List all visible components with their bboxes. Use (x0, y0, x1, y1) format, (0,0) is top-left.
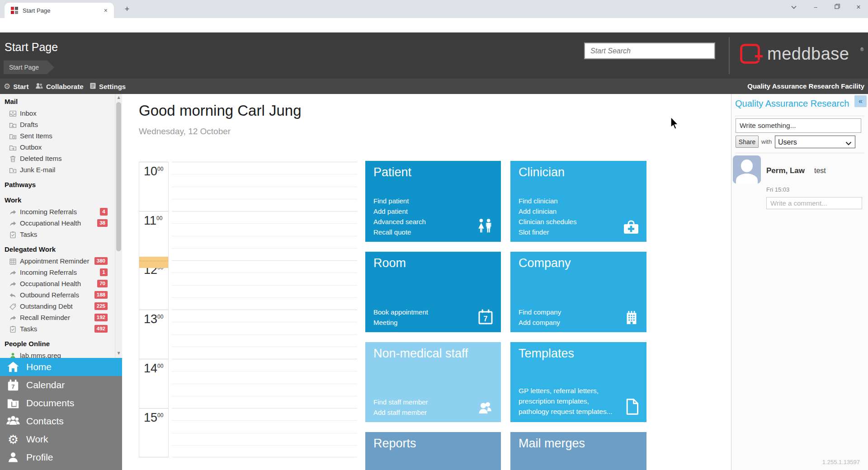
sidebar-item-occupational-health-delegated[interactable]: Occupational Health 70 (0, 278, 115, 289)
sidebar-scrollbar[interactable]: ▲ ▼ (115, 94, 122, 358)
tile-reports[interactable]: Reports (365, 432, 501, 470)
panel-divider (735, 153, 864, 153)
link-add-patient[interactable]: Add patient (373, 206, 426, 216)
sidebar-item-outbound-referrals[interactable]: Outbound Referrals 188 (0, 289, 115, 301)
feed-timestamp: Fri 15:03 (766, 186, 789, 193)
share-button[interactable]: Share (736, 136, 759, 148)
sidebar-item-sent-items[interactable]: Sent Items (0, 130, 115, 141)
write-comment-input[interactable] (766, 197, 862, 209)
nav-item-home[interactable]: Home (0, 358, 122, 376)
sidebar-item-incoming-referrals[interactable]: Incoming Referrals 4 (0, 206, 115, 217)
menu-collaborate[interactable]: Collaborate (35, 79, 84, 94)
scroll-down-icon[interactable]: ▼ (115, 350, 122, 357)
link-meeting[interactable]: Meeting (373, 317, 428, 328)
nav-item-profile[interactable]: Profile (0, 448, 122, 466)
link-advanced-search[interactable]: Advanced search (373, 216, 426, 227)
share-target-select[interactable]: Users (775, 136, 855, 148)
templates-description: GP letters, referral letters, prescripti… (519, 385, 616, 417)
browser-toolbar: featured.meddbase.com/nmp.aspx?cp=StartP… (0, 18, 868, 33)
nav-item-calendar[interactable]: 7 Calendar (0, 376, 122, 394)
schedule-grid[interactable] (172, 162, 357, 457)
outbox-icon (9, 143, 17, 151)
link-recall-quote[interactable]: Recall quote (373, 227, 426, 237)
people-icon (35, 82, 43, 91)
svg-text:7: 7 (11, 383, 14, 390)
tab-close-icon[interactable]: × (102, 7, 109, 14)
section-header-work: Work (0, 194, 115, 206)
document-icon (624, 398, 640, 418)
sidebar-item-outbox[interactable]: Outbox (0, 141, 115, 153)
write-something-input[interactable] (736, 118, 861, 133)
browser-tab-strip: Start Page × + – × (0, 0, 868, 18)
section-header-pathways[interactable]: Pathways (0, 179, 115, 191)
meddbase-logo: meddbase ® (739, 42, 861, 67)
tasks-icon (9, 325, 17, 333)
sidebar-item-tasks-delegated[interactable]: Tasks 492 (0, 323, 115, 334)
hour-label: 1100 (139, 211, 168, 260)
room-calendar-icon: 7 (476, 308, 495, 328)
badge-count: 1 (100, 268, 108, 276)
sidebar-item-junk-email[interactable]: Junk E-mail (0, 164, 115, 175)
window-close-button[interactable]: × (849, 0, 868, 14)
sidebar-item-appointment-reminder[interactable]: Appointment Reminder 380 (0, 255, 115, 267)
feed-author[interactable]: Perm, Law (766, 166, 805, 175)
nav-item-contacts[interactable]: Contacts (0, 412, 122, 430)
tile-company[interactable]: Company Find company Add company (510, 252, 646, 332)
link-add-company[interactable]: Add company (519, 317, 561, 328)
collapse-panel-icon[interactable]: « (854, 95, 867, 107)
tile-templates[interactable]: Templates GP letters, referral letters, … (510, 342, 646, 422)
tile-non-medical-staff[interactable]: Non-medical staff Find staff member Add … (365, 342, 501, 422)
link-find-patient[interactable]: Find patient (373, 196, 426, 206)
link-book-appointment[interactable]: Book appointment (373, 307, 428, 317)
tile-mail-merges[interactable]: Mail merges (510, 432, 646, 470)
nav-item-work[interactable]: ⚙ Work (0, 430, 122, 448)
appointment-reminder-icon (9, 257, 17, 265)
link-find-company[interactable]: Find company (519, 307, 561, 317)
nav-item-documents[interactable]: Documents (0, 394, 122, 412)
profile-icon (5, 450, 21, 465)
greeting-text: Good morning Carl Jung (139, 102, 302, 119)
sidebar-folders: Mail Inbox Drafts Sent Items Outbox (0, 94, 115, 365)
panel-title: Quality Assurance Research (735, 99, 849, 109)
badge-count: 38 (97, 219, 108, 227)
minimize-button[interactable]: – (806, 0, 825, 14)
sidebar-item-recall-reminder[interactable]: Recall Reminder 192 (0, 312, 115, 323)
sidebar-item-incoming-referrals-delegated[interactable]: Incoming Referrals 1 (0, 267, 115, 278)
hour-label: 1300 (139, 310, 168, 359)
badge-count: 192 (94, 314, 108, 321)
start-page-breadcrumb-tab[interactable]: Start Page (4, 61, 54, 74)
incoming-referral-icon (9, 280, 17, 287)
window-chevron-icon[interactable] (784, 0, 803, 14)
browser-tab[interactable]: Start Page × (5, 3, 114, 18)
sidebar-item-inbox[interactable]: Inbox (0, 108, 115, 119)
restore-button[interactable] (828, 0, 847, 14)
sidebar-item-drafts[interactable]: Drafts (0, 119, 115, 130)
sidebar-item-deleted-items[interactable]: Deleted Items (0, 153, 115, 164)
scrollbar-thumb[interactable] (116, 102, 121, 251)
incoming-referral-icon (9, 268, 17, 276)
tile-room[interactable]: Room Book appointment Meeting 7 (365, 252, 501, 332)
menu-start[interactable]: ⚙ Start (4, 79, 28, 94)
link-slot-finder[interactable]: Slot finder (519, 227, 576, 237)
sidebar-item-outstanding-debt[interactable]: Outstanding Debt 225 (0, 301, 115, 312)
tile-patient[interactable]: Patient Find patient Add patient Advance… (365, 161, 501, 242)
link-find-clinician[interactable]: Find clinician (519, 196, 576, 206)
incoming-referral-icon (9, 314, 17, 321)
sidebar-item-occupational-health[interactable]: Occupational Health 38 (0, 217, 115, 229)
left-sidebar: Mail Inbox Drafts Sent Items Outbox (0, 94, 122, 470)
link-clinician-schedules[interactable]: Clinician schedules (519, 216, 576, 227)
link-find-staff-member[interactable]: Find staff member (373, 397, 428, 407)
link-add-staff-member[interactable]: Add staff member (373, 407, 428, 418)
app-header: Start Page meddbase ® Start Page (0, 33, 868, 79)
link-add-clinician[interactable]: Add clinician (519, 206, 576, 216)
scroll-up-icon[interactable]: ▲ (115, 94, 122, 101)
tasks-icon (9, 230, 17, 238)
menu-settings[interactable]: Settings (90, 79, 126, 94)
new-tab-button[interactable]: + (121, 4, 133, 15)
sidebar-item-tasks[interactable]: Tasks (0, 229, 115, 240)
svg-text:7: 7 (484, 315, 488, 323)
tile-clinician[interactable]: Clinician Find clinician Add clinician C… (510, 161, 646, 242)
page-title: Start Page (5, 41, 58, 54)
start-search-input[interactable] (584, 42, 715, 59)
sent-items-icon (9, 132, 17, 140)
